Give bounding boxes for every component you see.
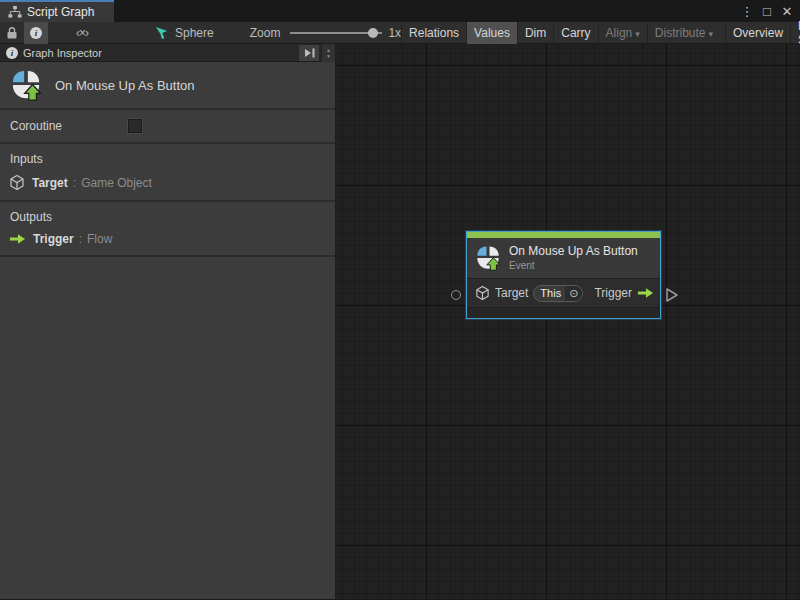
dim-button[interactable]: Dim: [517, 22, 553, 44]
info-toggle-button[interactable]: i: [24, 22, 48, 44]
input-connection-port[interactable]: [451, 290, 461, 300]
input-name: Target: [32, 176, 68, 190]
dock-panel-button[interactable]: [299, 45, 319, 61]
inspector-empty-area: [0, 257, 335, 599]
align-dropdown-button[interactable]: Align ▾: [598, 22, 647, 44]
panel-scrubber[interactable]: ▲ ▼: [321, 44, 335, 62]
input-type: Game Object: [81, 176, 152, 190]
fullscreen-button[interactable]: Full Screen: [790, 22, 800, 44]
input-row-target: Target : Game Object: [0, 174, 335, 191]
on-mouse-up-as-button-node[interactable]: On Mouse Up As Button Event Target This …: [466, 231, 661, 319]
close-icon[interactable]: ✕: [778, 4, 796, 19]
button-label: Align: [606, 26, 633, 40]
trigger-port-label: Trigger: [594, 286, 632, 300]
graph-toolbar: i ‹×› Sphere Zoom 1x Relations Values Di…: [0, 22, 800, 44]
button-label: Dim: [525, 26, 546, 40]
chevron-down-icon: ▾: [709, 29, 714, 39]
outputs-heading: Outputs: [0, 210, 335, 232]
window-controls: ⋮ □ ✕: [738, 0, 796, 22]
graph-pointer-icon: [154, 25, 169, 40]
distribute-dropdown-button[interactable]: Distribute ▾: [647, 22, 720, 44]
graph-canvas[interactable]: On Mouse Up As Button Event Target This …: [336, 44, 800, 599]
graph-tab-icon: [8, 5, 22, 19]
coroutine-label: Coroutine: [10, 119, 128, 133]
maximize-icon[interactable]: □: [758, 4, 776, 19]
tab-script-graph[interactable]: Script Graph: [0, 0, 114, 22]
node-title: On Mouse Up As Button: [509, 244, 638, 258]
graph-inspector-panel: i Graph Inspector ▲ ▼: [0, 44, 336, 599]
unit-title: On Mouse Up As Button: [55, 78, 194, 93]
graph-inspector-title: Graph Inspector: [23, 47, 102, 59]
code-icon: ‹×›: [76, 26, 88, 40]
window-titlebar: Script Graph ⋮ □ ✕: [0, 0, 800, 22]
target-port-label: Target: [495, 286, 528, 300]
dock-icon: [303, 47, 316, 59]
tab-label: Script Graph: [27, 5, 94, 19]
flow-arrow-icon: [637, 287, 654, 299]
output-separator: :: [79, 232, 82, 246]
lock-icon: [6, 26, 18, 40]
node-footer: [467, 307, 660, 318]
input-separator: :: [73, 176, 76, 190]
object-picker-icon[interactable]: ⊙: [565, 286, 582, 301]
node-subtitle: Event: [509, 260, 638, 271]
info-icon: i: [30, 27, 42, 39]
chevron-down-icon[interactable]: ▼: [326, 53, 331, 59]
coroutine-row: Coroutine: [0, 110, 335, 144]
chevron-down-icon: ▾: [635, 29, 640, 39]
zoom-label: Zoom: [250, 26, 281, 40]
window-menu-icon[interactable]: ⋮: [738, 4, 756, 19]
zoom-slider[interactable]: [290, 28, 382, 38]
node-header[interactable]: On Mouse Up As Button Event: [467, 238, 660, 278]
button-label: Overview: [733, 26, 783, 40]
zoom-value: 1x: [388, 26, 401, 40]
code-view-button[interactable]: ‹×›: [70, 22, 94, 44]
unit-title-section: On Mouse Up As Button: [0, 62, 335, 110]
output-connection-port[interactable]: [665, 287, 679, 303]
inputs-heading: Inputs: [0, 152, 335, 174]
output-row-trigger: Trigger : Flow: [0, 232, 335, 246]
zoom-slider-handle[interactable]: [368, 28, 378, 38]
toolbar-button-group: Relations Values Dim Carry Align ▾ Distr…: [401, 22, 800, 44]
cube-icon: [9, 174, 25, 191]
info-icon: i: [6, 47, 18, 59]
button-label: Values: [474, 26, 510, 40]
zoom-control: Zoom 1x: [250, 26, 401, 40]
flow-arrow-icon: [9, 233, 26, 245]
target-value: This: [534, 287, 565, 299]
button-label: Relations: [409, 26, 459, 40]
graph-inspector-header: i Graph Inspector ▲ ▼: [0, 44, 335, 62]
button-label: Carry: [561, 26, 590, 40]
mouse-up-button-icon: [475, 245, 501, 271]
target-value-picker[interactable]: This ⊙: [533, 285, 583, 302]
lock-button[interactable]: [0, 22, 24, 44]
relations-button[interactable]: Relations: [401, 22, 466, 44]
button-label: Distribute: [655, 26, 706, 40]
carry-button[interactable]: Carry: [553, 22, 597, 44]
inputs-section: Inputs Target : Game Object: [0, 144, 335, 202]
node-port-row: Target This ⊙ Trigger: [467, 278, 660, 307]
selection-context-button[interactable]: Sphere: [154, 25, 214, 40]
overview-button[interactable]: Overview: [725, 22, 790, 44]
values-button[interactable]: Values: [466, 22, 517, 44]
mouse-up-button-icon: [10, 69, 42, 101]
output-type: Flow: [87, 232, 112, 246]
output-name: Trigger: [33, 232, 74, 246]
coroutine-checkbox[interactable]: [128, 119, 142, 133]
cube-icon: [475, 285, 490, 301]
selection-label: Sphere: [175, 26, 214, 40]
outputs-section: Outputs Trigger : Flow: [0, 202, 335, 257]
